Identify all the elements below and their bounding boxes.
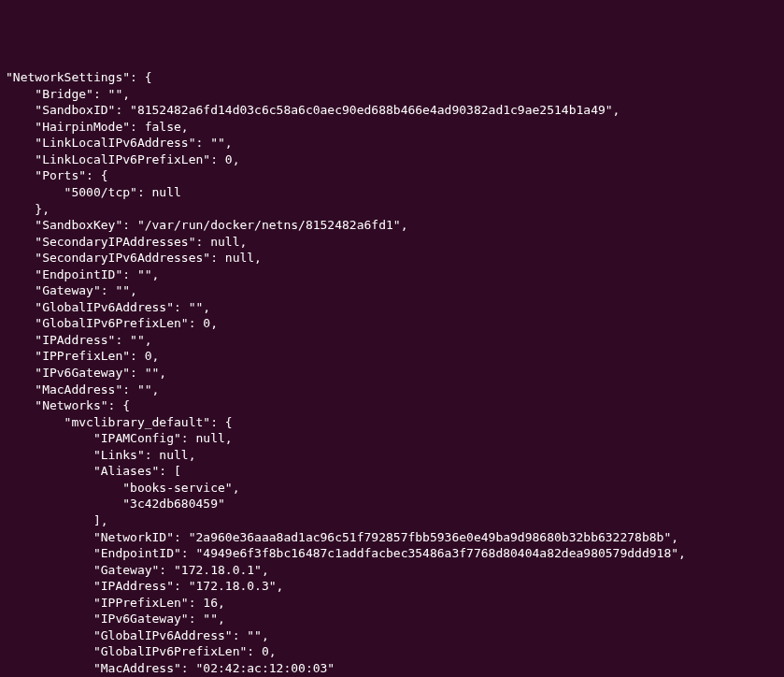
json-line: "IPv6Gateway": "", [6, 366, 166, 380]
json-line: "GlobalIPv6Address": "", [6, 300, 210, 314]
json-line: "GlobalIPv6Address": "", [6, 628, 269, 642]
json-line: "HairpinMode": false, [6, 120, 189, 134]
json-line: "SecondaryIPAddresses": null, [6, 235, 247, 249]
json-line: ], [6, 513, 108, 527]
json-line: "IPPrefixLen": 0, [6, 349, 159, 363]
json-line: "Gateway": "", [6, 283, 137, 297]
terminal-output[interactable]: "NetworkSettings": { "Bridge": "", "Sand… [6, 69, 778, 677]
json-line: "NetworkID": "2a960e36aaa8ad1ac96c51f792… [6, 530, 678, 544]
json-line: "Links": null, [6, 448, 196, 462]
json-line: "NetworkSettings": { [6, 70, 152, 84]
json-line: "EndpointID": "4949e6f3f8bc16487c1addfac… [6, 546, 686, 560]
json-line: "GlobalIPv6PrefixLen": 0, [6, 316, 218, 330]
json-line: "Bridge": "", [6, 87, 130, 101]
json-line: }, [6, 202, 50, 216]
json-line: "SecondaryIPv6Addresses": null, [6, 251, 262, 265]
json-line: "IPAMConfig": null, [6, 431, 233, 445]
json-line: "LinkLocalIPv6PrefixLen": 0, [6, 152, 239, 166]
json-line: "Ports": { [6, 168, 108, 182]
json-line: "SandboxID": "8152482a6fd14d03c6c58a6c0a… [6, 103, 620, 117]
json-line: "mvclibrary_default": { [6, 415, 233, 429]
json-line: "Aliases": [ [6, 464, 181, 478]
json-line: "Gateway": "172.18.0.1", [6, 563, 269, 577]
json-line: "books-service", [6, 481, 239, 495]
json-line: "IPPrefixLen": 16, [6, 596, 225, 610]
json-line: "IPv6Gateway": "", [6, 612, 225, 626]
json-line: "IPAddress": "172.18.0.3", [6, 579, 283, 593]
json-line: "MacAddress": "", [6, 382, 159, 396]
json-line: "Networks": { [6, 398, 130, 412]
json-line: "MacAddress": "02:42:ac:12:00:03" [6, 661, 335, 675]
json-line: "SandboxKey": "/var/run/docker/netns/815… [6, 218, 407, 232]
json-line: "EndpointID": "", [6, 267, 159, 281]
json-line: "3c42db680459" [6, 497, 225, 511]
json-line: "IPAddress": "", [6, 333, 152, 347]
json-line: "GlobalIPv6PrefixLen": 0, [6, 644, 277, 658]
json-line: "LinkLocalIPv6Address": "", [6, 136, 233, 150]
json-line: "5000/tcp": null [6, 185, 181, 199]
